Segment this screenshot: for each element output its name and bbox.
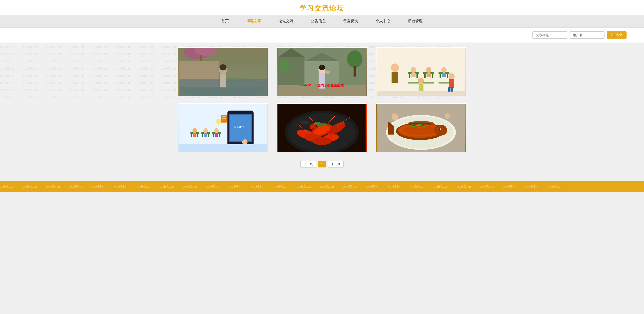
article-card-inner-3: 文章标题3 xyxy=(376,47,466,96)
article-card-3[interactable]: 文章标题3 xyxy=(376,47,466,96)
nav-item-profile[interactable]: 个人中心 xyxy=(367,15,399,26)
svg-point-8 xyxy=(219,65,227,75)
article-image-6 xyxy=(376,104,466,152)
site-footer: code51.cncode51.cncode51.cncode51.cncode… xyxy=(0,181,644,192)
svg-rect-0 xyxy=(180,48,267,96)
article-image-3 xyxy=(376,48,466,96)
svg-rect-70 xyxy=(197,134,198,137)
svg-rect-54 xyxy=(377,91,464,96)
svg-rect-6 xyxy=(219,66,267,87)
svg-rect-72 xyxy=(193,133,196,137)
search-title-input[interactable] xyxy=(532,31,567,39)
article-card-inner-2: 文章标题2 xyxy=(277,47,367,96)
svg-point-81 xyxy=(216,119,221,124)
article-card-inner-1: 文章标题1 xyxy=(178,47,268,96)
nav-item-home[interactable]: 首页 xyxy=(213,15,238,26)
article-card-2[interactable]: 文章标题2 xyxy=(277,47,367,96)
svg-rect-7 xyxy=(180,79,267,96)
main-content: 文章标题1 xyxy=(169,42,475,176)
svg-point-115 xyxy=(402,125,440,135)
site-header: 学习交流论坛 xyxy=(0,0,644,15)
svg-point-60 xyxy=(242,139,248,145)
svg-rect-80 xyxy=(222,118,226,119)
svg-rect-33 xyxy=(411,73,416,77)
svg-rect-75 xyxy=(219,134,220,137)
article-image-5 xyxy=(277,104,367,152)
nav-item-message[interactable]: 留言反馈 xyxy=(334,15,367,26)
site-nav: 首页 博客文章 论坛交流 公告信息 留言反馈 个人中心 后台管理 xyxy=(0,15,644,27)
nav-item-admin[interactable]: 后台管理 xyxy=(399,15,431,26)
svg-rect-45 xyxy=(449,79,454,88)
svg-rect-35 xyxy=(424,74,426,78)
svg-rect-52 xyxy=(423,82,434,83)
svg-rect-74 xyxy=(213,134,214,137)
article-card-5[interactable]: 文章标题5 xyxy=(277,103,367,152)
article-card-4[interactable]: 文章标题4 (2+3)=7? xyxy=(178,103,268,152)
svg-rect-9 xyxy=(220,74,226,87)
search-icon: 🔍 xyxy=(610,33,615,37)
svg-rect-31 xyxy=(416,74,418,78)
svg-point-1 xyxy=(180,76,267,96)
search-user-input[interactable] xyxy=(570,31,604,39)
svg-point-76 xyxy=(214,128,219,133)
svg-rect-69 xyxy=(191,134,192,137)
svg-rect-83 xyxy=(180,144,267,152)
svg-point-3 xyxy=(195,48,216,56)
svg-rect-41 xyxy=(447,74,448,78)
svg-point-71 xyxy=(192,128,197,133)
svg-rect-67 xyxy=(204,133,208,137)
svg-point-66 xyxy=(204,128,208,133)
svg-point-42 xyxy=(441,67,446,73)
svg-point-17 xyxy=(347,50,362,68)
article-card-inner-4: 文章标题4 (2+3)=7? xyxy=(178,103,268,152)
svg-point-95 xyxy=(312,137,332,145)
search-btn-label: 搜索 xyxy=(616,33,622,37)
svg-rect-77 xyxy=(215,133,218,137)
article-image-4: (2+3)=7? xyxy=(178,104,268,152)
article-card-inner-6: 文章标题6 xyxy=(376,103,466,152)
svg-point-24 xyxy=(321,64,323,67)
next-page-button[interactable]: 下一页 xyxy=(328,161,344,168)
nav-item-notice[interactable]: 公告信息 xyxy=(302,15,334,26)
svg-rect-28 xyxy=(392,72,398,83)
svg-point-2 xyxy=(184,48,210,59)
svg-point-120 xyxy=(431,123,433,125)
current-page-button[interactable]: 1 xyxy=(318,161,326,167)
article-grid: 文章标题1 xyxy=(178,47,466,152)
svg-rect-4 xyxy=(200,55,202,63)
svg-point-10 xyxy=(220,64,226,70)
article-card-inner-5: 文章标题5 xyxy=(277,103,367,152)
svg-point-37 xyxy=(426,67,431,73)
site-title: 学习交流论坛 xyxy=(0,4,644,13)
article-card-6[interactable]: 文章标题6 xyxy=(376,103,466,152)
svg-rect-49 xyxy=(418,84,423,91)
svg-rect-36 xyxy=(432,74,433,78)
svg-point-27 xyxy=(391,63,399,72)
svg-rect-79 xyxy=(222,116,226,117)
svg-rect-40 xyxy=(440,74,441,78)
nav-item-blog[interactable]: 博客文章 xyxy=(238,15,270,26)
svg-point-101 xyxy=(314,122,321,124)
prev-page-button[interactable]: 上一页 xyxy=(300,161,316,168)
svg-point-44 xyxy=(448,73,454,80)
svg-rect-22 xyxy=(319,73,325,88)
svg-point-19 xyxy=(280,59,290,72)
svg-rect-53 xyxy=(438,82,449,83)
svg-rect-64 xyxy=(202,134,203,137)
svg-point-119 xyxy=(424,124,426,126)
search-bar: 🔍 搜索 xyxy=(0,27,644,42)
search-button[interactable]: 🔍 搜索 xyxy=(607,31,626,39)
article-card-1[interactable]: 文章标题1 xyxy=(178,47,268,96)
article-image-1 xyxy=(178,48,268,96)
article-image-2: code51.cn-源码乐园盗图必究 xyxy=(277,48,367,96)
svg-rect-38 xyxy=(426,73,431,77)
svg-rect-51 xyxy=(408,82,419,83)
svg-rect-78 xyxy=(221,115,227,123)
svg-point-25 xyxy=(325,70,330,74)
svg-point-102 xyxy=(300,121,309,124)
footer-watermark: code51.cncode51.cncode51.cncode51.cncode… xyxy=(0,185,644,188)
svg-rect-5 xyxy=(180,61,219,87)
pagination: 上一页 1 下一页 xyxy=(178,161,466,168)
nav-item-forum[interactable]: 论坛交流 xyxy=(270,15,302,26)
svg-rect-65 xyxy=(208,134,209,137)
